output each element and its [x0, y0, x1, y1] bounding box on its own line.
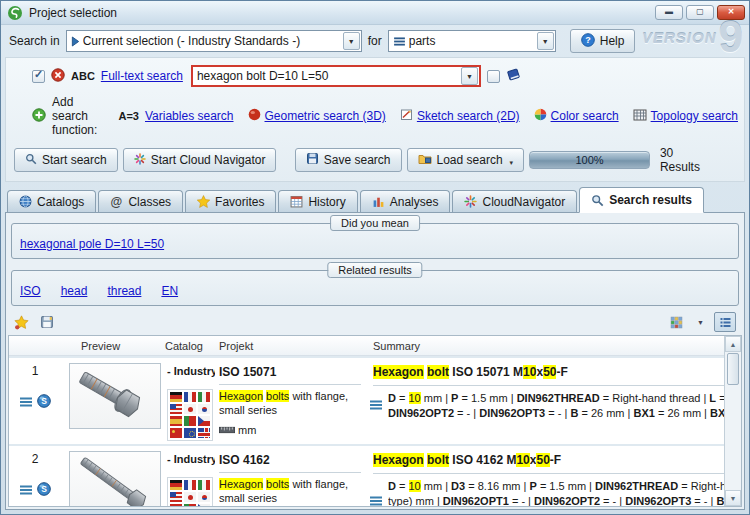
query-combobox[interactable]: hexagon bolt D=10 L=50 ▼ — [191, 65, 481, 87]
text-segment: bolt — [427, 365, 449, 379]
tab-history[interactable]: History — [278, 190, 357, 212]
remove-search-icon[interactable] — [51, 68, 65, 85]
flag-cn-icon — [170, 428, 182, 438]
text-segment: D3 — [451, 480, 465, 492]
part-preview-image[interactable] — [69, 451, 161, 506]
row-icons: S — [9, 394, 61, 411]
scroll-down-button[interactable]: ▼ — [725, 490, 741, 506]
related-result-link[interactable]: thread — [107, 284, 141, 298]
load-folder-icon — [418, 152, 432, 168]
start-cloud-navigator-button[interactable]: Start Cloud Navigator — [123, 148, 277, 172]
scroll-up-button[interactable]: ▲ — [725, 336, 741, 352]
text-segment: = 26 mm | — [655, 407, 710, 419]
text-segment: 10 — [409, 480, 421, 492]
scope-dropdown-arrow[interactable]: ▼ — [343, 32, 360, 50]
flag-jp-icon — [184, 404, 196, 414]
search-scope-row: Search in Current selection (- Industry … — [1, 25, 749, 57]
list-view-button[interactable] — [714, 312, 736, 332]
tab-catalogs[interactable]: Catalogs — [7, 190, 96, 212]
close-button[interactable]: ✕ — [717, 5, 745, 20]
grid-view-button[interactable] — [665, 312, 687, 332]
related-result-link[interactable]: EN — [161, 284, 178, 298]
favorite-star-icon[interactable] — [14, 314, 32, 330]
help-button[interactable]: ? Help — [570, 29, 636, 53]
compare-lines-icon[interactable] — [19, 484, 33, 498]
flag-kr-icon — [198, 492, 210, 502]
tab-search-results[interactable]: Search results — [579, 187, 704, 213]
text-segment: = 26 mm | — [578, 407, 633, 419]
summary-cell: Hexagon bolt ISO 15071 M10x50-FD = 10 mm… — [367, 358, 724, 444]
scope-combobox[interactable]: Current selection (- Industry Standards … — [66, 30, 362, 52]
vertical-scrollbar[interactable]: ▲ ▼ — [724, 336, 741, 506]
did-you-mean-suggestion-link[interactable]: hexagonal pole D=10 L=50 — [20, 237, 164, 251]
column-header-summary[interactable]: Summary — [367, 340, 724, 352]
variables-search-link[interactable]: Variables search — [145, 109, 234, 123]
maximize-button[interactable]: ▢ — [686, 5, 714, 20]
type-dropdown-arrow[interactable]: ▼ — [537, 32, 554, 50]
tab-favorites[interactable]: Favorites — [185, 190, 276, 212]
sketch-search-link[interactable]: Sketch search (2D) — [417, 109, 520, 123]
search-in-label: Search in — [9, 34, 60, 48]
s-badge-icon[interactable]: S — [37, 394, 51, 411]
column-header-catalog[interactable]: Catalog — [165, 340, 215, 352]
text-segment: = — [396, 392, 409, 404]
text-segment: 50 — [536, 453, 549, 467]
text-segment: D — [388, 480, 396, 492]
flag-kr-icon — [198, 404, 210, 414]
related-result-link[interactable]: ISO — [20, 284, 41, 298]
geometric-search-link[interactable]: Geometric search (3D) — [265, 109, 386, 123]
flag-fr-icon — [184, 480, 196, 490]
text-segment: = Right-hand thread | — [600, 392, 710, 404]
catalog-name: - Industry ... — [165, 446, 215, 465]
summary-cell: Hexagon bolt ISO 4162 M10x50-FD = 10 mm … — [367, 446, 724, 506]
text-segment: -F — [556, 365, 567, 379]
magnifier-icon — [25, 153, 37, 168]
minimize-button[interactable]: ▬ — [655, 5, 683, 20]
save-results-icon[interactable] — [40, 314, 58, 330]
load-search-split-arrow[interactable]: ▾ — [510, 159, 514, 167]
query-input[interactable]: hexagon bolt D=10 L=50 — [193, 69, 460, 83]
color-wheel-icon — [534, 108, 547, 124]
flag-it-icon — [198, 392, 210, 402]
summary-lines-icon — [369, 399, 383, 413]
load-search-button[interactable]: Load search ▾ — [407, 148, 525, 172]
add-function-label: Add search function: — [52, 95, 107, 137]
tab-label: Analyses — [390, 195, 439, 209]
text-segment: mm | — [421, 480, 451, 492]
type-combobox[interactable]: parts ▼ — [388, 30, 556, 52]
text-segment: bolts — [266, 390, 289, 402]
fulltext-enabled-checkbox[interactable]: ✓ — [32, 70, 45, 83]
start-search-button[interactable]: Start search — [14, 148, 118, 172]
topology-search-link[interactable]: Topology search — [651, 109, 738, 123]
text-segment: DIN962OPT3 — [479, 407, 545, 419]
tab-cloudnavigator[interactable]: CloudNavigator — [452, 190, 577, 212]
color-search-link[interactable]: Color search — [551, 109, 619, 123]
separator-line — [373, 385, 724, 386]
query-dropdown-arrow[interactable]: ▼ — [461, 67, 478, 85]
s-badge-icon[interactable]: S — [37, 482, 51, 499]
related-result-link[interactable]: head — [61, 284, 88, 298]
text-segment: BX1 — [633, 407, 654, 419]
scrollbar-thumb[interactable] — [727, 353, 739, 385]
result-row[interactable]: 2S- Industry ...ISO 4162Hexagon bolts wi… — [9, 446, 724, 506]
text-segment: 10 — [523, 365, 536, 379]
text-segment: BX2 — [710, 407, 724, 419]
add-function-icon[interactable] — [32, 108, 46, 125]
text-segment: DIN962OPT1 — [443, 495, 509, 506]
column-header-projekt[interactable]: Projekt — [215, 340, 367, 352]
fulltext-search-link[interactable]: Full-text search — [101, 69, 183, 83]
save-disk-icon — [306, 152, 319, 168]
tab-label: Favorites — [215, 195, 264, 209]
compare-lines-icon[interactable] — [19, 396, 33, 410]
column-header-preview[interactable]: Preview — [61, 340, 165, 352]
tab-classes[interactable]: @Classes — [98, 190, 183, 212]
view-options-caret[interactable]: ▼ — [697, 319, 704, 326]
tab-analyses[interactable]: Analyses — [360, 190, 451, 212]
part-preview-image[interactable] — [69, 363, 161, 429]
save-search-button[interactable]: Save search — [295, 148, 402, 172]
globe-icon — [19, 195, 32, 208]
result-row[interactable]: 1S- Industry ...ISO 15071Hexagon bolts w… — [9, 358, 724, 444]
secondary-checkbox[interactable] — [487, 70, 500, 83]
project-selection-window: Project selection ▬ ▢ ✕ Search in Curren… — [0, 0, 750, 515]
dictionary-book-icon[interactable] — [506, 67, 521, 85]
